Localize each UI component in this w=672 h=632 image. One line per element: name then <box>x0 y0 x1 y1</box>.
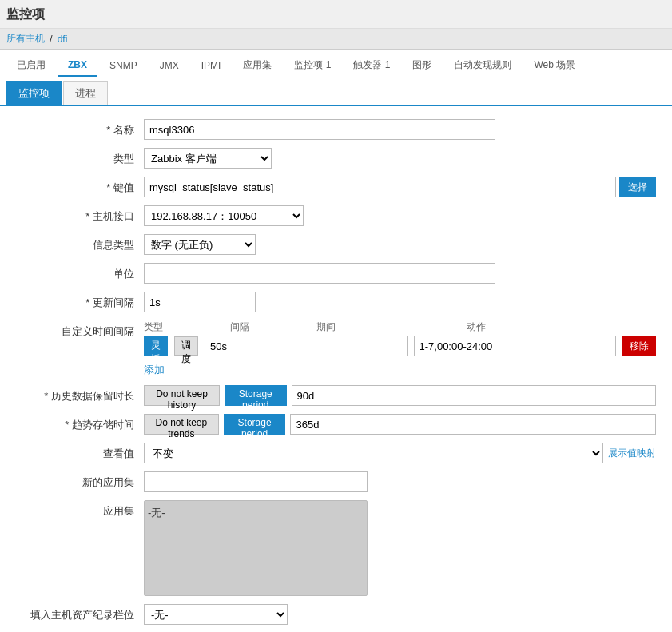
trend-control: Do not keep trends Storage period <box>144 414 656 435</box>
new-app-label: 新的应用集 <box>16 471 144 490</box>
infotype-label: 信息类型 <box>16 234 144 252</box>
breadcrumb-host[interactable]: dfi <box>58 34 68 45</box>
trend-label: * 趋势存储时间 <box>16 414 144 432</box>
history-label: * 历史数据保留时长 <box>16 385 144 403</box>
top-tab-bar: 已启用ZBXSNMPJMXIPMI应用集监控项 1触发器 1图形自动发现规则We… <box>0 50 672 78</box>
top-tab-monitor1[interactable]: 监控项 1 <box>284 53 341 78</box>
type-control: Zabbix 客户端 <box>144 148 656 169</box>
app-control: -无- <box>144 500 656 596</box>
top-tab-discovery[interactable]: 自动发现规则 <box>443 53 522 78</box>
custom-interval-input[interactable] <box>205 336 408 356</box>
key-select-button[interactable]: 选择 <box>619 177 656 197</box>
key-row: * 键值 选择 <box>16 177 656 197</box>
history-storage-btn[interactable]: Storage period <box>225 385 287 406</box>
top-tab-snmp[interactable]: SNMP <box>99 54 148 77</box>
col-interval-header: 间隔 <box>230 320 310 334</box>
trend-row: * 趋势存储时间 Do not keep trends Storage peri… <box>16 414 656 435</box>
top-tab-ipmi[interactable]: IPMI <box>191 54 232 77</box>
form-content: * 名称 类型 Zabbix 客户端 * 键值 选择 * 主机接口 192.16… <box>0 106 672 632</box>
breadcrumb: 所有主机 / dfi <box>0 29 672 50</box>
type-label: 类型 <box>16 148 144 166</box>
top-tab-appsets[interactable]: 应用集 <box>233 53 282 78</box>
breadcrumb-all-hosts[interactable]: 所有主机 <box>6 32 45 46</box>
lookup-control: 不变 展示值映射 <box>144 443 656 463</box>
infotype-control: 数字 (无正负) <box>144 234 656 255</box>
top-tab-jmx[interactable]: JMX <box>149 54 189 77</box>
interval-label: * 更新间隔 <box>16 292 144 310</box>
add-custom-time-link[interactable]: 添加 <box>144 363 165 377</box>
interface-label: * 主机接口 <box>16 205 144 224</box>
infotype-select[interactable]: 数字 (无正负) <box>144 234 256 255</box>
trend-storage-btn[interactable]: Storage period <box>224 414 286 435</box>
interface-control: 192.168.88.17：10050 <box>144 205 656 226</box>
interval-input[interactable] <box>144 292 256 312</box>
unit-control <box>144 263 656 284</box>
infotype-row: 信息类型 数字 (无正负) <box>16 234 656 255</box>
history-value-input[interactable] <box>292 385 656 406</box>
lookup-link[interactable]: 展示值映射 <box>608 447 656 460</box>
interval-control <box>144 292 656 312</box>
history-control: Do not keep history Storage period <box>144 385 656 406</box>
app-option-none: -无- <box>148 504 364 522</box>
lookup-row: 查看值 不变 展示值映射 <box>16 443 656 463</box>
custom-time-control: 类型 间隔 期间 动作 灵活 调度 移除 添加 <box>144 320 656 377</box>
key-label: * 键值 <box>16 177 144 195</box>
custom-time-label: 自定义时间间隔 <box>16 320 144 339</box>
new-app-input[interactable] <box>144 471 368 492</box>
type-flexible-btn[interactable]: 灵活 <box>144 336 168 356</box>
breadcrumb-separator: / <box>50 33 53 45</box>
interface-row: * 主机接口 192.168.88.17：10050 <box>16 205 656 226</box>
type-row: 类型 Zabbix 客户端 <box>16 148 656 169</box>
type-scheduled-btn[interactable]: 调度 <box>174 336 198 356</box>
top-tab-graphs[interactable]: 图形 <box>402 53 442 78</box>
page-title: 监控项 <box>0 0 672 29</box>
col-type-header: 类型 <box>144 320 224 334</box>
inventory-select[interactable]: -无- <box>144 604 288 625</box>
lookup-select[interactable]: 不变 <box>144 443 603 463</box>
key-control: 选择 <box>144 177 656 197</box>
sub-tab-process[interactable]: 进程 <box>63 81 108 105</box>
trend-value-input[interactable] <box>290 414 656 435</box>
history-no-keep-btn[interactable]: Do not keep history <box>144 385 220 406</box>
inventory-control: -无- <box>144 604 656 625</box>
trend-no-keep-btn[interactable]: Do not keep trends <box>144 414 219 435</box>
col-action-header: 动作 <box>467 320 507 334</box>
name-input[interactable] <box>144 119 495 140</box>
top-tab-zbx[interactable]: ZBX <box>58 54 97 77</box>
lookup-label: 查看值 <box>16 443 144 461</box>
col-period-header: 期间 <box>316 320 460 334</box>
unit-label: 单位 <box>16 263 144 281</box>
app-listbox[interactable]: -无- <box>144 500 368 596</box>
custom-time-row: 自定义时间间隔 类型 间隔 期间 动作 灵活 调度 移除 添加 <box>16 320 656 377</box>
app-label: 应用集 <box>16 500 144 519</box>
name-control <box>144 119 656 140</box>
top-tab-enabled[interactable]: 已启用 <box>6 53 56 78</box>
unit-row: 单位 <box>16 263 656 284</box>
top-tab-trigger1[interactable]: 触发器 1 <box>343 53 400 78</box>
name-row: * 名称 <box>16 119 656 140</box>
inventory-row: 填入主机资产纪录栏位 -无- <box>16 604 656 625</box>
history-row: * 历史数据保留时长 Do not keep history Storage p… <box>16 385 656 406</box>
key-input[interactable] <box>144 177 616 197</box>
type-select[interactable]: Zabbix 客户端 <box>144 148 272 169</box>
remove-custom-time-btn[interactable]: 移除 <box>622 336 656 356</box>
name-label: * 名称 <box>16 119 144 137</box>
app-row: 应用集 -无- <box>16 500 656 596</box>
sub-tab-bar: 监控项 进程 <box>0 78 672 106</box>
unit-input[interactable] <box>144 263 495 284</box>
interval-row: * 更新间隔 <box>16 292 656 312</box>
top-tab-webscene[interactable]: Web 场景 <box>523 53 586 78</box>
new-app-row: 新的应用集 <box>16 471 656 492</box>
sub-tab-items[interactable]: 监控项 <box>6 81 62 105</box>
interface-select[interactable]: 192.168.88.17：10050 <box>144 205 304 226</box>
inventory-label: 填入主机资产纪录栏位 <box>16 604 144 622</box>
custom-time-entry: 灵活 调度 移除 <box>144 336 656 356</box>
custom-period-input[interactable] <box>414 336 617 356</box>
new-app-control <box>144 471 656 492</box>
